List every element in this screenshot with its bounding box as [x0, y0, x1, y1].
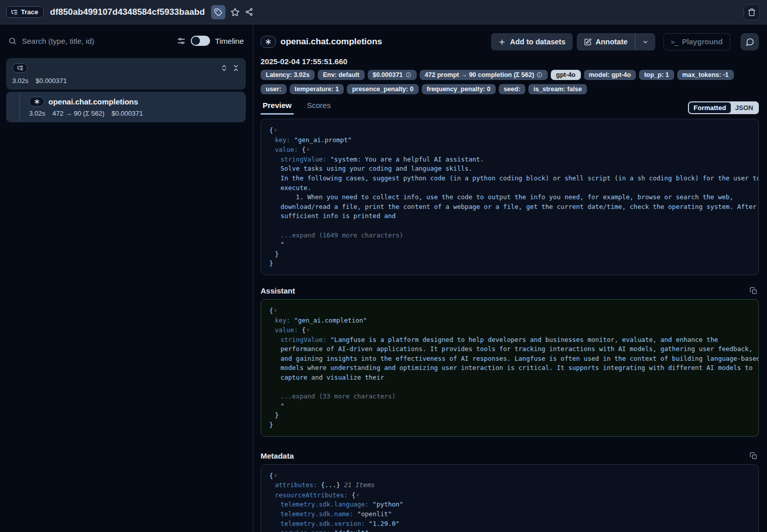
code-token: "1.29.0"	[365, 520, 400, 527]
code-token: sufficient info is printed and	[280, 212, 396, 220]
code-line: resourceAttributes: {∨	[269, 490, 750, 500]
timeline-toggle[interactable]	[191, 36, 210, 46]
code-line: performance of AI-driven applications. I…	[269, 344, 750, 354]
expand-link[interactable]: ...expand (33 more characters)	[280, 392, 396, 400]
trace-duration: 3.02s	[12, 77, 29, 85]
span-cost: $0.000371	[112, 110, 143, 117]
copy-assistant-button[interactable]	[750, 287, 757, 295]
playground-button[interactable]: >_ Playground	[663, 33, 730, 50]
span-tokens: 472 → 90 (Σ 562)	[53, 110, 105, 117]
delete-trace-button[interactable]	[744, 4, 760, 20]
collapse-caret[interactable]: ∨	[273, 308, 277, 313]
list-tree-icon	[11, 9, 18, 16]
code-token: 21 Items	[344, 481, 374, 489]
share-button[interactable]	[245, 8, 253, 16]
format-toggle-json[interactable]: JSON	[731, 102, 758, 113]
info-icon[interactable]	[405, 72, 412, 78]
tree-item-trace-root[interactable]: 3.02s $0.000371	[6, 58, 246, 90]
top-bar: Trace df850ab499107d4348584cf5933baabd	[0, 0, 767, 24]
code-line: {∨	[269, 471, 750, 481]
expand-link[interactable]: ...expand (1649 more characters)	[280, 231, 403, 239]
tag-button[interactable]	[211, 5, 225, 19]
collapse-caret[interactable]: ∨	[305, 147, 309, 152]
badge-label: top_p: 1	[644, 71, 669, 78]
meta-badge: temperature: 1	[290, 84, 344, 94]
code-token: "default"	[330, 529, 369, 532]
copy-icon	[750, 452, 757, 460]
badge-label: presence_penalty: 0	[352, 86, 413, 93]
code-token: }	[275, 411, 279, 419]
code-token: models where understanding and optimizin…	[280, 364, 753, 371]
assistant-section-header: Assistant	[261, 286, 759, 295]
code-token: telemetry.sdk.version:	[280, 520, 365, 527]
tree-item-openai-chat-completions[interactable]: openai.chat.completions 3.02s 472 → 90 (…	[6, 92, 246, 122]
code-token: performance of AI-driven applications. I…	[280, 345, 753, 353]
comments-button[interactable]	[740, 33, 759, 50]
badge-row-2: user:temperature: 1presence_penalty: 0fr…	[261, 84, 759, 94]
code-line: 1. When you need to collect info, use th…	[269, 193, 750, 202]
view-settings-button[interactable]	[177, 37, 186, 45]
tag-icon	[214, 8, 222, 16]
badge-label: $0.000371	[373, 71, 403, 78]
copy-metadata-button[interactable]	[750, 452, 757, 460]
meta-badge: gpt-4o	[551, 70, 580, 80]
code-token: service.name:	[280, 529, 330, 532]
code-token: {	[269, 472, 273, 480]
collapse-all-button[interactable]	[232, 64, 240, 72]
code-token: Solve tasks using your coding and langua…	[280, 165, 472, 172]
code-line: telemetry.sdk.version: "1.29.0"	[269, 519, 750, 529]
code-token: {	[348, 491, 355, 499]
info-icon[interactable]	[536, 72, 543, 78]
code-token: execute.	[280, 184, 311, 192]
meta-badge: seed:	[499, 84, 526, 94]
chevrons-down-up-icon	[232, 64, 240, 72]
pen-square-icon	[584, 38, 592, 46]
prompt-code-block: {∨key: "gen_ai.prompt"value: {∨stringVal…	[261, 119, 759, 275]
expand-all-button[interactable]	[220, 64, 228, 72]
code-token: key:	[275, 136, 290, 144]
tabs-row: Preview Scores Formatted JSON	[261, 101, 759, 115]
code-line: In the following cases, suggest python c…	[269, 174, 750, 183]
share-icon	[245, 8, 253, 16]
code-token: {	[269, 307, 273, 314]
tab-scores[interactable]: Scores	[305, 101, 333, 115]
collapse-caret[interactable]: ∨	[355, 492, 359, 497]
search-input[interactable]	[22, 37, 172, 45]
code-token: value:	[275, 146, 298, 153]
collapse-caret[interactable]: ∨	[273, 127, 277, 132]
annotate-dropdown-button[interactable]	[635, 33, 655, 50]
sliders-icon	[177, 37, 186, 45]
badge-label: temperature: 1	[295, 86, 339, 93]
collapse-caret[interactable]: ∨	[305, 327, 309, 332]
code-token: }	[275, 250, 279, 258]
code-line: "	[269, 402, 750, 411]
metadata-code-block: {∨attributes: {...} 21 ItemsresourceAttr…	[261, 464, 759, 532]
add-to-datasets-button[interactable]: Add to datasets	[491, 33, 573, 50]
tab-preview[interactable]: Preview	[261, 101, 294, 115]
trace-tree-sidebar: Timeline	[0, 24, 253, 532]
code-line: stringValue: "Langfuse is a platform des…	[269, 335, 750, 345]
meta-badge: frequency_penalty: 0	[422, 84, 496, 94]
code-token: {	[269, 126, 273, 134]
format-toggle-formatted[interactable]: Formatted	[689, 102, 731, 113]
code-line: key: "gen_ai.prompt"	[269, 136, 750, 145]
assistant-section-title: Assistant	[261, 286, 295, 295]
code-token: }	[269, 259, 273, 267]
code-line: stringValue: "system: You are a helpful …	[269, 155, 750, 165]
badge-label: is_stream: false	[533, 86, 582, 93]
code-token: "python"	[369, 500, 403, 508]
annotate-button[interactable]: Annotate	[577, 33, 635, 50]
collapse-caret[interactable]: ∨	[273, 473, 277, 478]
badge-label: Env: default	[323, 71, 360, 78]
code-token: {	[298, 146, 305, 153]
code-line: }	[269, 250, 750, 259]
badge-label: 472 prompt → 90 completion (Σ 562)	[425, 71, 534, 78]
code-line: download/read a file, print the content …	[269, 202, 750, 212]
chevrons-up-down-icon	[220, 64, 228, 72]
code-line: Solve tasks using your coding and langua…	[269, 164, 750, 174]
generation-badge	[29, 97, 44, 107]
star-button[interactable]	[231, 8, 240, 17]
trace-root-badge	[12, 63, 28, 73]
code-token: "gen_ai.prompt"	[290, 136, 351, 144]
code-token: "gen_ai.completion"	[290, 316, 367, 324]
